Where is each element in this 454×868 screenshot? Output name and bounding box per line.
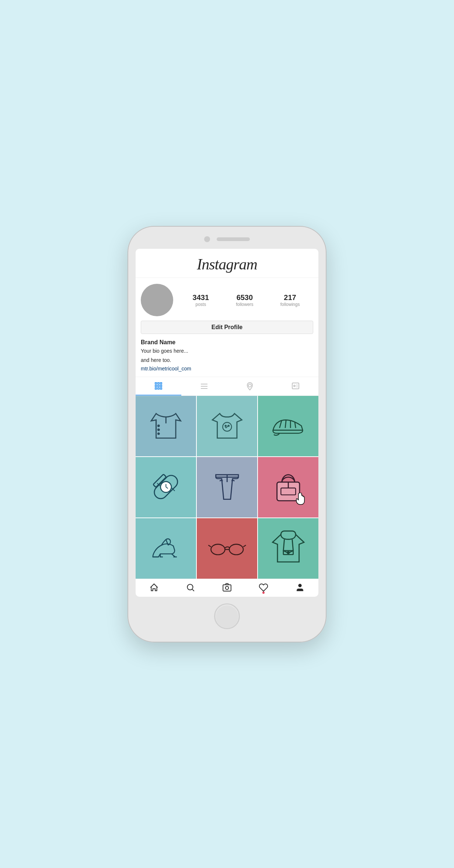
svg-line-40	[192, 589, 194, 591]
ig-header: Instagram	[136, 249, 318, 278]
grid-item-7[interactable]	[136, 518, 196, 579]
svg-point-42	[226, 586, 229, 589]
grid-item-4[interactable]	[136, 457, 196, 517]
followers-stat: 6530 followers	[236, 293, 253, 307]
phone-home-button[interactable]	[214, 603, 240, 629]
ig-profile: 3431 posts 6530 followers 217 followings…	[136, 278, 318, 377]
svg-point-14	[294, 385, 295, 387]
list-icon	[200, 382, 209, 391]
grid-item-5[interactable]	[197, 457, 257, 517]
posts-label: posts	[195, 302, 206, 307]
posts-count: 3431	[193, 293, 209, 302]
svg-rect-8	[160, 388, 162, 389]
tab-grid[interactable]	[136, 377, 181, 395]
tab-location[interactable]	[227, 377, 273, 395]
phone-screen: Instagram 3431 posts 6530 followers 217	[136, 249, 318, 597]
ig-stats: 3431 posts 6530 followers 217 followings	[179, 293, 313, 307]
svg-rect-1	[158, 383, 159, 384]
svg-point-43	[298, 584, 302, 587]
grid-icon	[154, 381, 163, 390]
grid-item-6[interactable]	[258, 457, 318, 517]
grid-item-9[interactable]	[258, 518, 318, 579]
svg-point-12	[248, 384, 251, 387]
phone-frame: Instagram 3431 posts 6530 followers 217	[128, 226, 326, 642]
ig-tabs	[136, 377, 318, 396]
svg-point-19	[225, 425, 226, 426]
bio-text-line2: and here too.	[141, 356, 313, 364]
nav-activity[interactable]	[245, 583, 282, 592]
ig-bio: Brand Name Your bio goes here... and her…	[141, 339, 313, 377]
svg-rect-0	[155, 383, 157, 384]
svg-rect-2	[160, 383, 162, 384]
nav-camera[interactable]	[209, 583, 245, 592]
notification-dot	[262, 592, 265, 594]
svg-line-36	[243, 545, 246, 547]
nav-profile[interactable]	[282, 583, 318, 592]
svg-rect-29	[281, 488, 296, 495]
svg-rect-5	[160, 385, 162, 387]
followings-label: followings	[280, 302, 300, 307]
svg-line-35	[208, 545, 211, 547]
ig-bottom-nav	[136, 579, 318, 597]
svg-point-16	[158, 429, 159, 430]
svg-point-39	[187, 584, 193, 590]
followers-count: 6530	[237, 293, 253, 302]
followings-stat: 217 followings	[280, 293, 300, 307]
tagged-icon	[291, 382, 300, 391]
bio-link[interactable]: mtr.bio/metricool_com	[141, 366, 313, 372]
nav-home[interactable]	[136, 583, 172, 592]
bio-name: Brand Name	[141, 339, 313, 346]
tab-tagged[interactable]	[273, 377, 318, 395]
posts-stat: 3431 posts	[193, 293, 209, 307]
bio-text-line1: Your bio goes here...	[141, 347, 313, 355]
ig-profile-top: 3431 posts 6530 followers 217 followings	[141, 284, 313, 316]
followings-count: 217	[284, 293, 296, 302]
avatar	[141, 284, 173, 316]
grid-item-2[interactable]	[197, 396, 257, 456]
svg-point-20	[228, 425, 229, 426]
ig-logo: Instagram	[143, 255, 311, 273]
location-icon	[245, 382, 254, 391]
svg-point-34	[229, 544, 243, 555]
followers-label: followers	[236, 302, 253, 307]
nav-search[interactable]	[172, 583, 209, 592]
svg-rect-41	[223, 585, 231, 591]
grid-item-8[interactable]	[197, 518, 257, 579]
svg-point-38	[287, 552, 289, 554]
tab-list[interactable]	[181, 377, 227, 395]
svg-point-15	[158, 425, 159, 427]
svg-rect-3	[155, 385, 157, 387]
edit-profile-button[interactable]: Edit Profile	[141, 321, 313, 334]
phone-top-bar	[136, 236, 318, 242]
svg-rect-7	[158, 388, 159, 389]
svg-point-17	[158, 433, 159, 435]
phone-speaker	[217, 237, 250, 241]
svg-rect-6	[155, 388, 157, 389]
grid-item-3[interactable]	[258, 396, 318, 456]
grid-item-1[interactable]	[136, 396, 196, 456]
ig-posts-grid	[136, 396, 318, 579]
svg-point-33	[211, 544, 225, 555]
phone-camera	[204, 236, 210, 242]
svg-rect-4	[158, 385, 159, 387]
